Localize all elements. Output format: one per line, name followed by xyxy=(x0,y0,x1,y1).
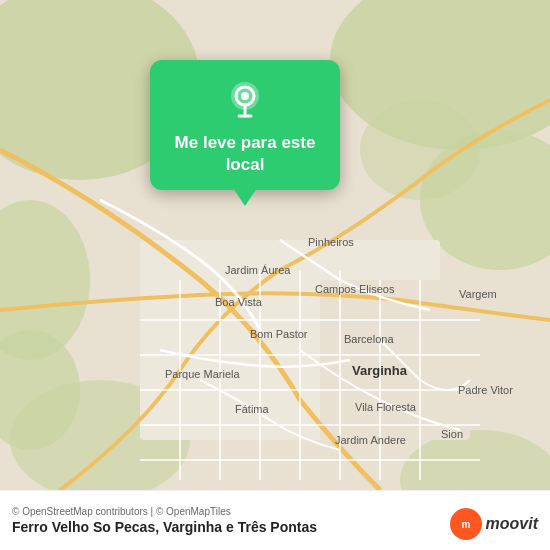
svg-text:Barcelona: Barcelona xyxy=(344,333,394,345)
moovit-wordmark: moovit xyxy=(486,515,538,533)
moovit-icon: m xyxy=(450,508,482,540)
moovit-logo: m moovit xyxy=(450,508,538,540)
location-popup[interactable]: Me leve para este local xyxy=(150,60,340,190)
svg-text:Parque Mariela: Parque Mariela xyxy=(165,368,240,380)
popup-label: Me leve para este local xyxy=(166,132,324,176)
bottom-bar: © OpenStreetMap contributors | © OpenMap… xyxy=(0,490,550,550)
svg-text:Padre Vitor: Padre Vitor xyxy=(458,384,513,396)
location-pin-icon xyxy=(223,78,267,122)
svg-text:Jardim Andere: Jardim Andere xyxy=(335,434,406,446)
svg-rect-10 xyxy=(320,280,470,440)
svg-text:Vila Floresta: Vila Floresta xyxy=(355,401,417,413)
svg-text:m: m xyxy=(461,519,470,530)
svg-point-39 xyxy=(241,92,249,100)
svg-text:Campos Eliseos: Campos Eliseos xyxy=(315,283,395,295)
svg-text:Vargem: Vargem xyxy=(459,288,497,300)
svg-text:Fátima: Fátima xyxy=(235,403,270,415)
svg-text:Sion: Sion xyxy=(441,428,463,440)
svg-text:Bom Pastor: Bom Pastor xyxy=(250,328,308,340)
svg-text:Varginha: Varginha xyxy=(352,363,408,378)
svg-text:Pinheiros: Pinheiros xyxy=(308,236,354,248)
map-container: Pinheiros Jardim Áurea Boa Vista Campos … xyxy=(0,0,550,490)
svg-text:Jardim Áurea: Jardim Áurea xyxy=(225,264,291,276)
svg-text:Boa Vista: Boa Vista xyxy=(215,296,263,308)
